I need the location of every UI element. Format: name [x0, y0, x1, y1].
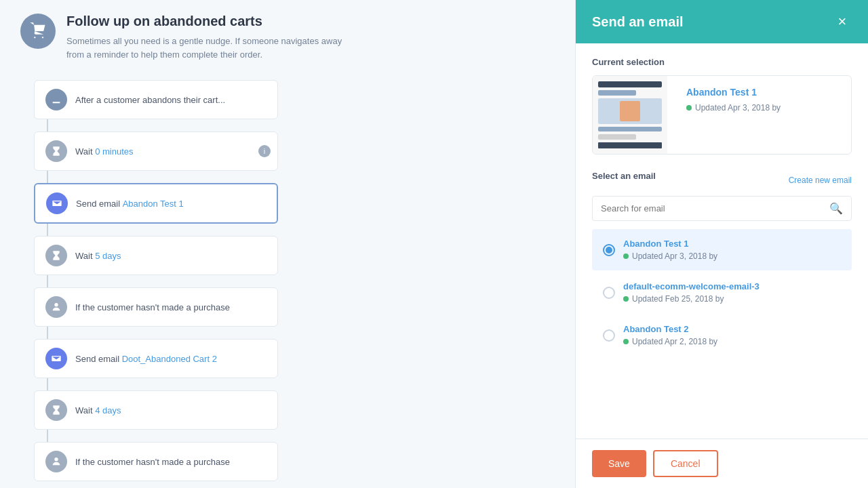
- step-wait1-text: Wait 0 minutes: [75, 146, 134, 157]
- select-email-label: Select an email: [592, 171, 656, 181]
- step-wait2[interactable]: Wait 5 days: [34, 236, 278, 275]
- email1-step-icon: [46, 192, 68, 214]
- workflow-info: Follow up on abandoned carts Sometimes a…: [66, 14, 351, 61]
- email-item-info-3: Abandon Test 2 Updated Apr 2, 2018 by: [623, 324, 841, 346]
- email-icon: [52, 198, 62, 209]
- email-item-name-2: default-ecomm-welcome-email-3: [623, 281, 841, 291]
- email-icon-2: [51, 353, 62, 364]
- email-item-updated-3: Updated Apr 2, 2018 by: [623, 337, 841, 346]
- save-button[interactable]: Save: [592, 450, 646, 477]
- thumb-bar-4: [598, 134, 636, 140]
- step-wait3-text: Wait 4 days: [75, 405, 121, 415]
- panel-header: Send an email ×: [576, 0, 868, 43]
- connector-3: [47, 224, 48, 236]
- send-email-panel: Send an email × Current selection Abando…: [575, 0, 868, 488]
- step-condition1[interactable]: If the customer hasn't made a purchase: [34, 287, 278, 327]
- workflow-description: Sometimes all you need is a gentle nudge…: [66, 35, 351, 61]
- wait1-step-icon: [45, 140, 67, 162]
- email-list-item-2[interactable]: default-ecomm-welcome-email-3 Updated Fe…: [592, 272, 852, 313]
- connector-6: [47, 378, 48, 390]
- thumb-bar-1: [598, 81, 662, 87]
- step-send2[interactable]: Send email Doot_Abandoned Cart 2: [34, 339, 278, 378]
- workflow-header: Follow up on abandoned carts Sometimes a…: [20, 14, 555, 61]
- workflow-title: Follow up on abandoned carts: [66, 14, 351, 29]
- info-button-1[interactable]: i: [258, 145, 271, 157]
- panel-footer: Save Cancel: [576, 439, 868, 488]
- panel-body: Current selection Abandon Test 1 Updated…: [576, 43, 868, 439]
- email-thumbnail: [593, 76, 667, 154]
- search-box: 🔍: [592, 196, 852, 221]
- email-list: Abandon Test 1 Updated Apr 3, 2018 by de…: [592, 229, 852, 356]
- select-email-header: Select an email Create new email: [592, 171, 852, 189]
- person-icon: [51, 302, 62, 312]
- email2-step-icon: [45, 348, 67, 369]
- workflow-panel: Follow up on abandoned carts Sometimes a…: [0, 0, 575, 488]
- email-item-info-1: Abandon Test 1 Updated Apr 3, 2018 by: [623, 239, 841, 261]
- hourglass-icon-3: [51, 405, 62, 415]
- thumb-bar-3: [598, 127, 662, 132]
- status-dot-1: [623, 253, 629, 259]
- cancel-button[interactable]: Cancel: [653, 450, 718, 477]
- step-send1[interactable]: Send email Abandon Test 1: [34, 183, 278, 224]
- search-input[interactable]: [601, 203, 824, 214]
- hourglass-icon-2: [51, 250, 62, 261]
- wait2-step-icon: [45, 245, 67, 266]
- step-condition1-text: If the customer hasn't made a purchase: [75, 302, 230, 312]
- email-item-info-2: default-ecomm-welcome-email-3 Updated Fe…: [623, 281, 841, 304]
- step-wait1[interactable]: Wait 0 minutes i: [34, 131, 278, 171]
- email-list-item-3[interactable]: Abandon Test 2 Updated Apr 2, 2018 by: [592, 314, 852, 356]
- email-item-name-3: Abandon Test 2: [623, 324, 841, 334]
- panel-title: Send an email: [592, 14, 684, 30]
- download-icon: [51, 94, 62, 105]
- step-send1-text: Send email Abandon Test 1: [76, 199, 184, 209]
- selection-info: Abandon Test 1 Updated Apr 3, 2018 by: [678, 76, 851, 154]
- connector-5: [47, 327, 48, 339]
- step-send2-text: Send email Doot_Abandoned Cart 2: [75, 354, 217, 364]
- email-list-item-1[interactable]: Abandon Test 1 Updated Apr 3, 2018 by: [592, 229, 852, 270]
- email-item-updated-1: Updated Apr 3, 2018 by: [623, 251, 841, 261]
- current-selection-label: Current selection: [592, 57, 852, 67]
- step-condition2[interactable]: If the customer hasn't made a purchase: [34, 442, 278, 481]
- status-dot-2: [623, 296, 629, 302]
- thumb-bar-2: [598, 90, 636, 96]
- svg-point-0: [54, 303, 58, 306]
- step-trigger[interactable]: After a customer abandons their cart...: [34, 80, 278, 119]
- thumb-image: [598, 98, 662, 124]
- connector-2: [47, 171, 48, 183]
- current-selection-card: Abandon Test 1 Updated Apr 3, 2018 by: [592, 75, 852, 155]
- selection-name: Abandon Test 1: [686, 87, 843, 98]
- radio-btn-1[interactable]: [603, 244, 615, 256]
- connector-7: [47, 430, 48, 442]
- close-button[interactable]: ×: [833, 12, 852, 31]
- condition1-step-icon: [45, 296, 67, 318]
- wait3-step-icon: [45, 399, 67, 421]
- search-icon: 🔍: [829, 202, 843, 215]
- step-trigger-text: After a customer abandons their cart...: [75, 95, 225, 105]
- hourglass-icon: [51, 146, 62, 157]
- create-new-email-link[interactable]: Create new email: [789, 176, 852, 185]
- thumb-product: [620, 101, 640, 121]
- radio-btn-2[interactable]: [603, 287, 615, 299]
- condition2-step-icon: [45, 451, 67, 472]
- trigger-step-icon: [45, 89, 67, 110]
- thumb-footer: [598, 142, 662, 148]
- status-dot: [686, 105, 692, 110]
- cart-icon: [28, 22, 47, 41]
- email-item-updated-2: Updated Feb 25, 2018 by: [623, 294, 841, 304]
- connector-1: [47, 119, 48, 131]
- radio-btn-3[interactable]: [603, 329, 615, 342]
- step-condition2-text: If the customer hasn't made a purchase: [75, 457, 230, 467]
- status-dot-3: [623, 339, 629, 344]
- workflow-icon: [20, 14, 56, 49]
- connector-4: [47, 275, 48, 287]
- steps-container: After a customer abandons their cart... …: [34, 80, 555, 481]
- svg-point-1: [54, 458, 58, 461]
- email-item-name-1: Abandon Test 1: [623, 239, 841, 249]
- selection-updated: Updated Apr 3, 2018 by: [686, 103, 843, 113]
- step-wait3[interactable]: Wait 4 days: [34, 390, 278, 430]
- step-wait2-text: Wait 5 days: [75, 251, 121, 261]
- person-icon-2: [51, 456, 62, 467]
